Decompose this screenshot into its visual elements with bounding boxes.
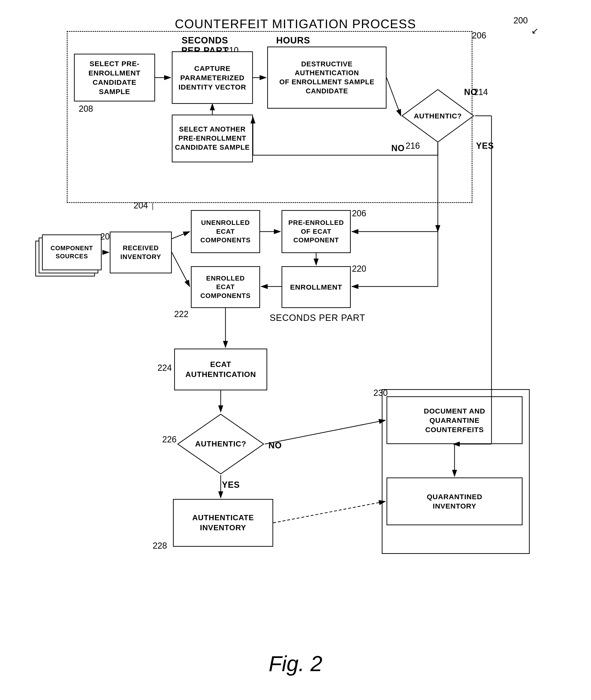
svg-line-27 bbox=[265, 420, 385, 444]
quarantined-inventory-box: QUARANTINEDINVENTORY bbox=[387, 477, 523, 525]
ref-222: 222 bbox=[174, 309, 189, 319]
authentic-diamond-bottom: AUTHENTIC? bbox=[177, 413, 265, 475]
ref-220: 220 bbox=[352, 264, 366, 274]
ref-204: 204 bbox=[134, 200, 148, 211]
svg-marker-1 bbox=[178, 414, 264, 474]
label-yes-top: YES bbox=[476, 141, 494, 151]
fig-label: Fig. 2 bbox=[269, 651, 322, 676]
capture-parameterized-box: CAPTUREPARAMETERIZEDIDENTITY VECTOR bbox=[172, 51, 253, 104]
svg-line-17 bbox=[172, 232, 190, 239]
select-pre-enrollment-box: SELECT PRE-ENROLLMENTCANDIDATE SAMPLE bbox=[74, 54, 155, 102]
svg-line-18 bbox=[172, 252, 190, 287]
main-title: COUNTERFEIT MITIGATION PROCESS bbox=[175, 17, 416, 31]
ref-208: 208 bbox=[79, 104, 93, 114]
ref-228: 228 bbox=[153, 541, 167, 551]
document-quarantine-box: DOCUMENT ANDQUARANTINECOUNTERFEITS bbox=[387, 396, 523, 444]
label-yes-bottom: YES bbox=[222, 480, 240, 490]
ref-200: 200 bbox=[514, 15, 528, 25]
ref-224: 224 bbox=[157, 363, 172, 373]
ref-230: 230 bbox=[374, 388, 388, 398]
label-no-top-right: NO bbox=[464, 87, 477, 97]
ref-226: 226 bbox=[162, 434, 177, 445]
label-seconds-per-part-bottom: SECONDS PER PART bbox=[270, 313, 365, 323]
select-another-box: SELECT ANOTHERPRE-ENROLLMENTCANDIDATE SA… bbox=[172, 115, 253, 162]
label-no-top-down: NO bbox=[391, 143, 405, 153]
enrollment-box: ENROLLMENT bbox=[281, 266, 351, 308]
authentic-diamond-top: AUTHENTIC? bbox=[401, 88, 475, 143]
ref-200-arrow: ↙ bbox=[531, 26, 538, 36]
label-no-bottom: NO bbox=[268, 441, 282, 451]
pre-enrolled-ecat-box: PRE-ENROLLEDOF ECATCOMPONENT bbox=[281, 210, 351, 253]
ref-216: 216 bbox=[406, 141, 420, 151]
destructive-auth-box: DESTRUCTIVE AUTHENTICATIONOF ENROLLMENT … bbox=[267, 47, 387, 109]
svg-line-30 bbox=[273, 501, 385, 523]
component-sources-box1: COMPONENTSOURCES bbox=[42, 234, 102, 270]
ref-206-mid: 206 bbox=[352, 209, 366, 219]
svg-marker-0 bbox=[402, 90, 474, 142]
ref-206-top: 206 bbox=[472, 31, 486, 41]
received-inventory-box: RECEIVEDINVENTORY bbox=[110, 232, 172, 273]
ecat-auth-box: ECATAUTHENTICATION bbox=[174, 349, 267, 390]
authenticate-inventory-box: AUTHENTICATEINVENTORY bbox=[173, 499, 273, 547]
unenrolled-ecat-box: UNENROLLEDECATCOMPONENTS bbox=[191, 210, 260, 253]
enrolled-ecat-box: ENROLLEDECATCOMPONENTS bbox=[191, 266, 260, 308]
